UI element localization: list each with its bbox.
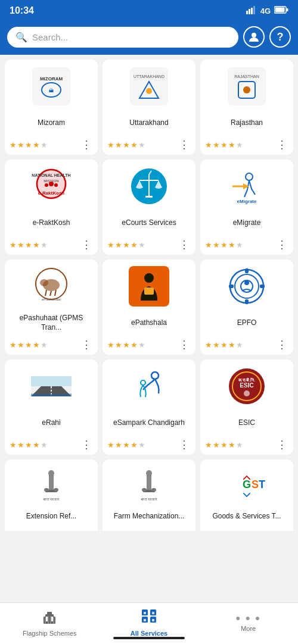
card-footer-ecourts: ★ ★ ★ ★ ★ ⋮: [107, 239, 191, 250]
logo-esampark: [128, 365, 170, 407]
logo-epfo: [226, 265, 268, 307]
card-footer-epfo: ★ ★ ★ ★ ★ ⋮: [205, 339, 288, 350]
stars-eraktosh: ★ ★ ★ ★ ★: [10, 240, 48, 249]
card-uttarakhand[interactable]: UTTARAKHAND Uttarakhand ★ ★ ★ ★ ★ ⋮: [103, 60, 195, 155]
card-mizoram[interactable]: MIZORAM 🏔 Mizoram ★ ★ ★ ★ ★ ⋮: [5, 60, 98, 155]
card-esampark[interactable]: eSampark Chandigarh ★ ★ ★ ★ ★ ⋮: [103, 359, 195, 455]
search-bar[interactable]: 🔍 Search...: [7, 27, 238, 48]
svg-text:G: G: [243, 479, 251, 490]
stars-esampark: ★ ★ ★ ★ ★: [107, 440, 145, 449]
card-footer-mizoram: ★ ★ ★ ★ ★ ⋮: [10, 139, 93, 150]
card-esic[interactable]: क.रा.बी.नि. ESIC ESIC ★ ★ ★ ★ ★ ⋮: [200, 359, 293, 455]
card-name-extension: Extension Ref...: [26, 511, 77, 523]
svg-text:भारत सरकार: भारत सरकार: [43, 498, 60, 501]
main-content: MIZORAM 🏔 Mizoram ★ ★ ★ ★ ★ ⋮: [0, 55, 298, 579]
card-footer-esic: ★ ★ ★ ★ ★ ⋮: [205, 439, 288, 450]
svg-text:NATIONAL HEALTH: NATIONAL HEALTH: [32, 173, 70, 177]
stars-emigrate: ★ ★ ★ ★ ★: [205, 240, 243, 249]
svg-text:भारत सरकार: भारत सरकार: [141, 498, 157, 501]
svg-rect-89: [50, 616, 51, 624]
services-grid: MIZORAM 🏔 Mizoram ★ ★ ★ ★ ★ ⋮: [5, 60, 293, 531]
card-extension[interactable]: भारत सरकार Extension Ref...: [5, 459, 98, 531]
svg-rect-8: [32, 67, 70, 105]
more-menu-mizoram[interactable]: ⋮: [80, 139, 93, 150]
svg-point-74: [146, 470, 152, 476]
svg-rect-55: [31, 376, 72, 386]
logo-erahi: [30, 365, 72, 407]
logo-esic: क.रा.बी.नि. ESIC: [226, 365, 268, 407]
svg-text:UTTARAKHAND: UTTARAKHAND: [134, 74, 164, 79]
card-epashuhaat[interactable]: ePashuhaat ePashuhaat (GPMS Tran... ★ ★ …: [5, 260, 98, 355]
logo-emigrate: eMigrate: [226, 165, 268, 207]
svg-point-53: [244, 280, 249, 285]
card-footer-epathshala: ★ ★ ★ ★ ★ ⋮: [107, 339, 191, 350]
card-footer-uttarakhand: ★ ★ ★ ★ ★ ⋮: [107, 139, 191, 150]
nav-more[interactable]: ● ● ● More: [198, 603, 298, 644]
more-menu-eraktosh[interactable]: ⋮: [80, 239, 93, 250]
logo-epathshala: [128, 265, 170, 307]
card-emigrate[interactable]: eMigrate eMigrate ★ ★ ★ ★ ★ ⋮: [200, 160, 293, 255]
card-epfo[interactable]: EPFO ★ ★ ★ ★ ★ ⋮: [200, 260, 293, 355]
card-name-epathshala: ePathshala: [131, 311, 167, 336]
card-footer-epashuhaat: ★ ★ ★ ★ ★ ⋮: [10, 339, 93, 350]
svg-point-38: [40, 279, 48, 286]
logo-mizoram: MIZORAM 🏔: [30, 65, 72, 107]
svg-point-75: [142, 488, 147, 492]
card-name-mizoram: Mizoram: [38, 111, 65, 136]
card-footer-erahi: ★ ★ ★ ★ ★ ⋮: [10, 439, 93, 450]
svg-point-76: [151, 488, 156, 492]
home-indicator: [113, 637, 185, 639]
svg-line-41: [55, 290, 56, 296]
profile-button[interactable]: [243, 26, 265, 48]
svg-rect-48: [245, 268, 249, 273]
card-name-rajasthan: Rajasthan: [231, 111, 263, 136]
svg-rect-12: [130, 67, 168, 105]
more-menu-epfo[interactable]: ⋮: [275, 339, 288, 350]
card-epathshala[interactable]: ePathshala ★ ★ ★ ★ ★ ⋮: [103, 260, 195, 355]
svg-line-40: [50, 291, 51, 296]
card-name-epashuhaat: ePashuhaat (GPMS Tran...: [10, 311, 93, 336]
search-icon: 🔍: [15, 32, 27, 43]
svg-line-39: [45, 290, 46, 296]
more-menu-emigrate[interactable]: ⋮: [275, 239, 288, 250]
card-name-eraktosh: e-RaktKosh: [33, 211, 70, 236]
svg-text:ESIC: ESIC: [240, 382, 253, 389]
svg-text:RAJASTHAN: RAJASTHAN: [234, 74, 259, 79]
nav-flagship-schemes[interactable]: Flagship Schemes: [0, 603, 100, 644]
svg-rect-88: [48, 616, 49, 624]
svg-point-47: [235, 274, 259, 298]
card-ecourts[interactable]: eCourts Services ★ ★ ★ ★ ★ ⋮: [103, 160, 195, 255]
svg-text:T: T: [259, 479, 265, 490]
more-menu-erahi[interactable]: ⋮: [80, 439, 93, 450]
more-menu-esampark[interactable]: ⋮: [178, 439, 191, 450]
card-gst[interactable]: G S T Goods & Services T...: [200, 459, 293, 531]
card-name-esampark: eSampark Chandigarh: [113, 411, 185, 436]
stars-epashuhaat: ★ ★ ★ ★ ★: [10, 340, 48, 349]
svg-point-44: [144, 273, 154, 283]
svg-rect-1: [249, 9, 250, 14]
logo-eraktosh: NATIONAL HEALTH MISSION e-RaktKosh: [30, 165, 72, 207]
card-name-erahi: eRahi: [42, 411, 60, 436]
more-menu-esic[interactable]: ⋮: [275, 439, 288, 450]
more-menu-uttarakhand[interactable]: ⋮: [178, 139, 191, 150]
network-label: 4G: [260, 7, 271, 15]
card-erahi[interactable]: eRahi ★ ★ ★ ★ ★ ⋮: [5, 359, 98, 455]
more-menu-epashuhaat[interactable]: ⋮: [80, 339, 93, 350]
nav-flagship-label: Flagship Schemes: [23, 630, 77, 637]
help-button[interactable]: ?: [269, 26, 291, 48]
svg-point-60: [141, 380, 145, 385]
svg-rect-45: [144, 287, 154, 295]
card-eraktosh[interactable]: NATIONAL HEALTH MISSION e-RaktKosh e-Rak…: [5, 160, 98, 255]
svg-rect-3: [253, 6, 255, 14]
svg-point-7: [252, 33, 256, 37]
more-menu-ecourts[interactable]: ⋮: [178, 239, 191, 250]
more-menu-rajasthan[interactable]: ⋮: [275, 139, 288, 150]
card-footer-eraktosh: ★ ★ ★ ★ ★ ⋮: [10, 239, 93, 250]
card-footer-esampark: ★ ★ ★ ★ ★ ⋮: [107, 439, 191, 450]
card-rajasthan[interactable]: RAJASTHAN Rajasthan ★ ★ ★ ★ ★ ⋮: [200, 60, 293, 155]
stars-esic: ★ ★ ★ ★ ★: [205, 440, 243, 449]
more-menu-epathshala[interactable]: ⋮: [178, 339, 191, 350]
card-farm[interactable]: भारत सरकार Farm Mechanization...: [103, 459, 195, 531]
signal-icon: [246, 6, 257, 16]
svg-rect-5: [275, 8, 285, 12]
